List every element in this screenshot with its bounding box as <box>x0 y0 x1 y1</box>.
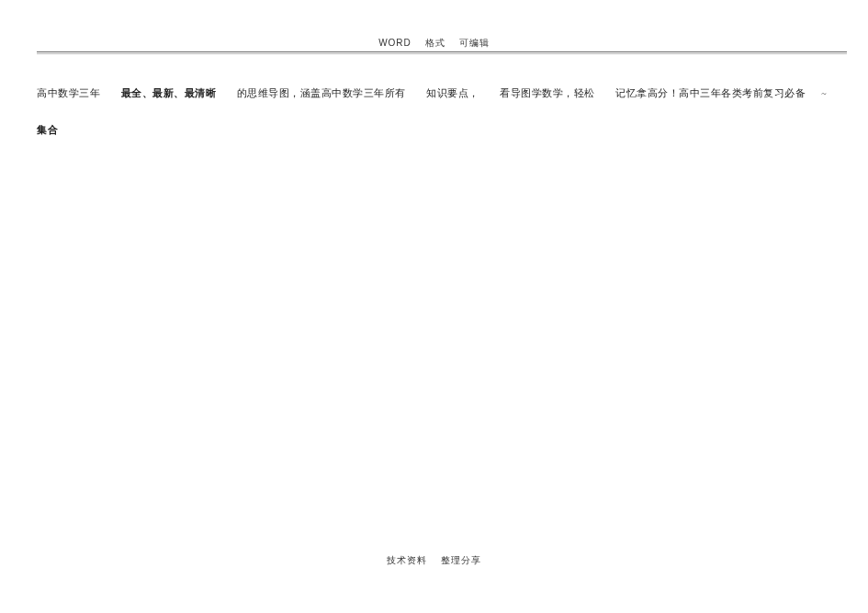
header-rule-thin <box>37 53 847 54</box>
intro-text-2: 的思维导图，涵盖高中数学三年所有 <box>237 87 406 98</box>
header-editable-label: 可编辑 <box>459 38 490 48</box>
page-header: WORD 格式 可编辑 <box>0 37 868 50</box>
header-rule <box>37 51 847 52</box>
tilde-icon: ~ <box>821 85 827 102</box>
intro-text-1: 高中数学三年 <box>37 87 100 98</box>
header-format-label: 格式 <box>425 38 445 48</box>
intro-text-3: 知识要点， <box>426 87 479 98</box>
footer-tech-label: 技术资料 <box>387 555 427 565</box>
intro-bold-text: 最全、最新、最清晰 <box>121 87 217 98</box>
intro-text-4: 看导图学数学，轻松 <box>500 87 595 98</box>
footer-share-label: 整理分享 <box>441 555 481 565</box>
intro-text-5: 记忆拿高分！高中三年各类考前复习必备 <box>615 87 806 98</box>
intro-paragraph: 高中数学三年 最全、最新、最清晰 的思维导图，涵盖高中数学三年所有 知识要点， … <box>37 85 840 103</box>
page-footer: 技术资料 整理分享 <box>0 554 868 567</box>
section-title: 集合 <box>37 123 59 137</box>
header-word-label: WORD <box>378 38 411 48</box>
